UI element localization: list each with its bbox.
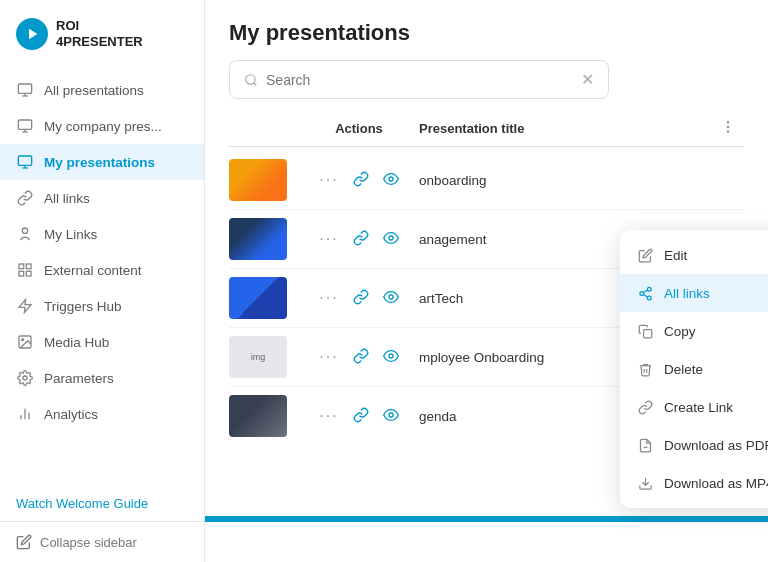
- search-bar: ✕: [229, 60, 609, 99]
- sidebar-item-all-presentations[interactable]: All presentations: [0, 72, 204, 108]
- row-5-eye-button[interactable]: [383, 407, 399, 426]
- zap-icon: [16, 297, 34, 315]
- dropdown-all-links-label: All links: [664, 286, 710, 301]
- sidebar-item-external-content[interactable]: External content: [0, 252, 204, 288]
- row-1-actions: ···: [299, 171, 419, 190]
- svg-point-32: [647, 287, 651, 291]
- col-title-header: Presentation title: [419, 121, 720, 136]
- sidebar-item-triggers-hub-label: Triggers Hub: [44, 299, 122, 314]
- row-1-more-button[interactable]: ···: [319, 171, 338, 189]
- row-5-more-button[interactable]: ···: [319, 407, 338, 425]
- main-header: My presentations ✕: [205, 0, 768, 111]
- external-icon: [16, 261, 34, 279]
- svg-rect-7: [18, 156, 31, 165]
- col-actions-header: Actions: [299, 121, 419, 136]
- watch-guide-link[interactable]: Watch Welcome Guide: [0, 485, 204, 521]
- sidebar-item-parameters[interactable]: Parameters: [0, 360, 204, 396]
- monitor-icon: [16, 81, 34, 99]
- logo: ROI 4PRESENTER: [0, 0, 204, 64]
- sidebar-item-parameters-label: Parameters: [44, 371, 114, 386]
- dropdown-item-delete[interactable]: Delete: [620, 350, 768, 388]
- sidebar-item-all-links[interactable]: All links: [0, 180, 204, 216]
- row-1-eye-button[interactable]: [383, 171, 399, 190]
- collapse-icon: [16, 534, 32, 550]
- row-3-link-button[interactable]: [353, 289, 369, 308]
- row-4-actions: ···: [299, 348, 419, 367]
- svg-rect-13: [19, 271, 24, 276]
- svg-rect-11: [19, 264, 24, 269]
- search-clear-button[interactable]: ✕: [581, 70, 594, 89]
- dropdown-item-create-link[interactable]: Create Link: [620, 388, 768, 426]
- image-icon: [16, 333, 34, 351]
- sidebar-item-my-links-label: My Links: [44, 227, 97, 242]
- row-4-more-button[interactable]: ···: [319, 348, 338, 366]
- svg-rect-12: [26, 264, 31, 269]
- thumbnail-3: [229, 277, 287, 319]
- dropdown-copy-label: Copy: [664, 324, 696, 339]
- row-3-more-button[interactable]: ···: [319, 289, 338, 307]
- row-4-link-button[interactable]: [353, 348, 369, 367]
- more-columns-icon: [720, 119, 736, 135]
- sidebar-item-analytics[interactable]: Analytics: [0, 396, 204, 432]
- dropdown-item-copy[interactable]: Copy: [620, 312, 768, 350]
- context-menu: Edit All links Copy Delete: [620, 230, 768, 508]
- row-4-eye-button[interactable]: [383, 348, 399, 367]
- dropdown-download-pdf-label: Download as PDF: [664, 438, 768, 453]
- link-icon: [16, 189, 34, 207]
- logo-icon: [16, 18, 48, 50]
- dropdown-item-download-pdf[interactable]: Download as PDF: [620, 426, 768, 464]
- sidebar-item-media-hub[interactable]: Media Hub: [0, 324, 204, 360]
- svg-point-31: [389, 413, 393, 417]
- collapse-sidebar-button[interactable]: Collapse sidebar: [16, 534, 188, 550]
- row-1-link-button[interactable]: [353, 171, 369, 190]
- dropdown-item-edit[interactable]: Edit: [620, 236, 768, 274]
- trash-icon: [636, 360, 654, 378]
- main-content: My presentations ✕ Actions Presentation …: [205, 0, 768, 562]
- sidebar-item-triggers-hub[interactable]: Triggers Hub: [0, 288, 204, 324]
- row-3-eye-button[interactable]: [383, 289, 399, 308]
- row-5-link-button[interactable]: [353, 407, 369, 426]
- logo-text: ROI 4PRESENTER: [56, 18, 143, 49]
- row-3-actions: ···: [299, 289, 419, 308]
- svg-rect-14: [26, 271, 31, 276]
- svg-point-18: [23, 376, 27, 380]
- row-2-link-button[interactable]: [353, 230, 369, 249]
- sidebar-item-my-company[interactable]: My company pres...: [0, 108, 204, 144]
- page-title: My presentations: [229, 20, 744, 46]
- svg-line-36: [643, 290, 647, 292]
- sidebar-item-my-presentations[interactable]: My presentations: [0, 144, 204, 180]
- sidebar-item-my-presentations-label: My presentations: [44, 155, 155, 170]
- sidebar-item-media-hub-label: Media Hub: [44, 335, 109, 350]
- dropdown-item-all-links[interactable]: All links: [620, 274, 768, 312]
- dropdown-item-download-mp4[interactable]: Download as MP4: [620, 464, 768, 502]
- chart-icon: [16, 405, 34, 423]
- svg-line-23: [254, 82, 257, 85]
- thumbnail-5: [229, 395, 287, 437]
- settings-icon: [16, 369, 34, 387]
- svg-point-27: [389, 177, 393, 181]
- row-2-eye-button[interactable]: [383, 230, 399, 249]
- svg-point-25: [727, 126, 728, 127]
- row-2-actions: ···: [299, 230, 419, 249]
- row-2-more-button[interactable]: ···: [319, 230, 338, 248]
- blue-bar: [205, 516, 768, 522]
- svg-point-29: [389, 295, 393, 299]
- sidebar-item-my-links[interactable]: My Links: [0, 216, 204, 252]
- svg-point-26: [727, 131, 728, 132]
- search-icon: [244, 72, 258, 88]
- sidebar-bottom: Collapse sidebar: [0, 521, 204, 562]
- svg-marker-15: [19, 299, 31, 312]
- dropdown-delete-label: Delete: [664, 362, 703, 377]
- mp4-icon: [636, 474, 654, 492]
- svg-rect-37: [643, 329, 651, 337]
- person-link-icon: [16, 225, 34, 243]
- svg-point-24: [727, 122, 728, 123]
- svg-marker-0: [29, 29, 37, 40]
- sidebar-item-all-presentations-label: All presentations: [44, 83, 144, 98]
- search-input[interactable]: [266, 72, 573, 88]
- thumbnail-1: [229, 159, 287, 201]
- sidebar-item-all-links-label: All links: [44, 191, 90, 206]
- svg-rect-1: [18, 84, 31, 93]
- pdf-icon: [636, 436, 654, 454]
- svg-point-10: [22, 228, 27, 233]
